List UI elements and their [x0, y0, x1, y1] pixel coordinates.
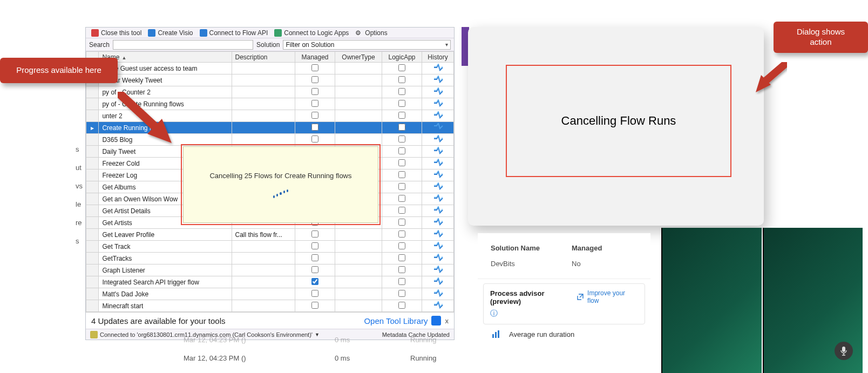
info-icon[interactable]: ⓘ [490, 309, 638, 318]
cell-logicapp[interactable] [382, 122, 422, 134]
cell-history[interactable] [422, 181, 453, 193]
cell-history[interactable] [422, 63, 453, 74]
cell-history[interactable] [422, 110, 453, 122]
cell-managed[interactable] [295, 300, 335, 312]
solutions-row[interactable]: DevBits No [478, 254, 650, 279]
cell-managed[interactable] [295, 98, 335, 110]
create-visio-button[interactable]: Create Visio [146, 29, 195, 37]
cell-logicapp[interactable] [382, 276, 422, 288]
solution-combo[interactable]: Filter on Solution [283, 40, 451, 50]
cell-logicapp[interactable] [382, 265, 422, 276]
history-icon [433, 218, 442, 226]
cell-history[interactable] [422, 169, 453, 181]
table-row[interactable]: unter 2 [86, 110, 454, 122]
table-row[interactable]: GetTracks [86, 253, 454, 265]
cell-logicapp[interactable] [382, 241, 422, 253]
cell-history[interactable] [422, 288, 453, 300]
col-name[interactable]: Name▲ [99, 52, 232, 63]
table-row[interactable]: D365 Blog [86, 134, 454, 146]
cell-logicapp[interactable] [382, 146, 422, 158]
table-row[interactable]: lendar Weekly Tweet [86, 74, 454, 86]
connect-flowapi-button[interactable]: Connect to Flow API [198, 29, 270, 37]
cell-managed[interactable] [295, 110, 335, 122]
thumbnail[interactable] [661, 228, 762, 373]
cell-managed[interactable] [295, 276, 335, 288]
process-advisor-card: Process advisor (preview) Improve your f… [483, 283, 645, 324]
cell-logicapp[interactable] [382, 205, 422, 217]
updates-close-button[interactable]: x [445, 317, 449, 325]
cell-logicapp[interactable] [382, 253, 422, 265]
cell-managed[interactable] [295, 253, 335, 265]
run-history-row: Mar 12, 04:23 PM () 0 ms Running [184, 349, 475, 367]
cell-logicapp[interactable] [382, 158, 422, 169]
cell-managed[interactable] [295, 241, 335, 253]
grid[interactable]: Name▲ Description Managed OwnerType Logi… [86, 51, 454, 312]
table-row[interactable]: Minecraft start [86, 300, 454, 312]
close-tool-button[interactable]: Close this tool [89, 29, 144, 37]
cell-logicapp[interactable] [382, 181, 422, 193]
table-row[interactable]: ▸Create Running flows [86, 122, 454, 134]
col-history[interactable]: History [422, 52, 453, 63]
options-button[interactable]: ⚙ Options [353, 29, 389, 37]
cell-logicapp[interactable] [382, 217, 422, 229]
col-description[interactable]: Description [232, 52, 295, 63]
cell-logicapp[interactable] [382, 110, 422, 122]
improve-flow-link[interactable]: Improve your flow [577, 289, 638, 304]
cell-logicapp[interactable] [382, 300, 422, 312]
cell-logicapp[interactable] [382, 98, 422, 110]
mic-icon[interactable] [835, 342, 853, 360]
table-row[interactable]: py of - Create Running flows [86, 98, 454, 110]
cell-managed[interactable] [295, 63, 335, 74]
cell-history[interactable] [422, 276, 453, 288]
cell-logicapp[interactable] [382, 74, 422, 86]
history-icon [433, 206, 442, 214]
cell-history[interactable] [422, 134, 453, 146]
cell-history[interactable] [422, 74, 453, 86]
cell-history[interactable] [422, 241, 453, 253]
cell-managed[interactable] [295, 265, 335, 276]
cell-name: lendar Weekly Tweet [99, 74, 232, 86]
table-row[interactable]: Get Track [86, 241, 454, 253]
cell-history[interactable] [422, 86, 453, 98]
row-marker [86, 193, 99, 205]
col-ownertype[interactable]: OwnerType [335, 52, 382, 63]
cell-logicapp[interactable] [382, 193, 422, 205]
history-icon [433, 277, 442, 285]
cell-history[interactable] [422, 98, 453, 110]
cell-history[interactable] [422, 300, 453, 312]
col-logicapp[interactable]: LogicApp [382, 52, 422, 63]
cell-managed[interactable] [295, 74, 335, 86]
cell-history[interactable] [422, 229, 453, 241]
connect-logicapps-button[interactable]: Connect to Logic Apps [272, 29, 351, 37]
cell-managed[interactable] [295, 86, 335, 98]
cell-managed[interactable] [295, 229, 335, 241]
cell-managed[interactable] [295, 134, 335, 146]
cell-managed[interactable] [295, 122, 335, 134]
table-row[interactable]: Get Leaver ProfileCall this flow fr... [86, 229, 454, 241]
table-row[interactable]: prove Guest user access to team [86, 63, 454, 74]
search-input[interactable] [113, 40, 253, 50]
cell-history[interactable] [422, 146, 453, 158]
table-row[interactable]: Graph Listener [86, 265, 454, 276]
cell-managed[interactable] [295, 288, 335, 300]
col-managed[interactable]: Managed [295, 52, 335, 63]
cell-history[interactable] [422, 217, 453, 229]
table-row[interactable]: Integrated Search API trigger flow [86, 276, 454, 288]
cell-logicapp[interactable] [382, 229, 422, 241]
cell-history[interactable] [422, 122, 453, 134]
cell-logicapp[interactable] [382, 63, 422, 74]
table-row[interactable]: Matt's Dad Joke [86, 288, 454, 300]
cell-logicapp[interactable] [382, 86, 422, 98]
cell-history[interactable] [422, 253, 453, 265]
cell-history[interactable] [422, 193, 453, 205]
cell-ownertype [335, 98, 382, 110]
cell-history[interactable] [422, 205, 453, 217]
cell-logicapp[interactable] [382, 169, 422, 181]
cell-logicapp[interactable] [382, 288, 422, 300]
table-row[interactable]: py of - Counter 2 [86, 86, 454, 98]
cell-history[interactable] [422, 158, 453, 169]
cell-logicapp[interactable] [382, 134, 422, 146]
solution-label: Solution [256, 41, 280, 49]
open-tool-library-link[interactable]: Open Tool Library [364, 316, 440, 325]
cell-history[interactable] [422, 265, 453, 276]
